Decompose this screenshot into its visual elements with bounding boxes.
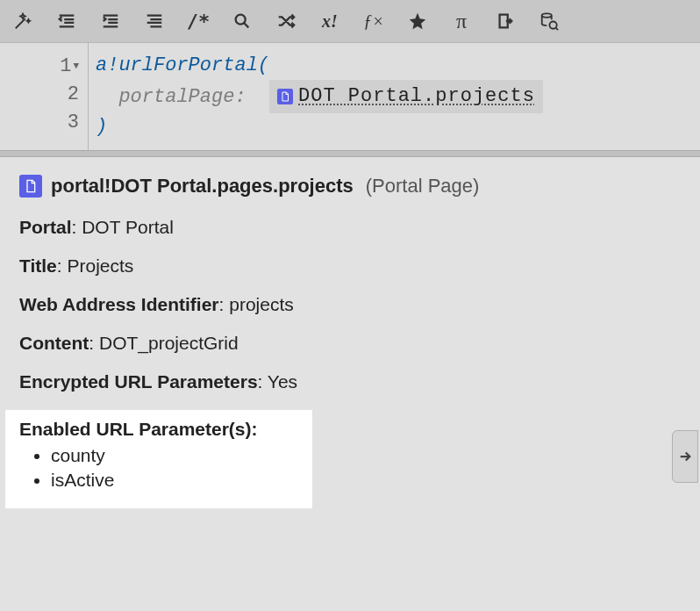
info-row-title: Title: Projects bbox=[19, 255, 681, 277]
panel-divider[interactable] bbox=[0, 150, 700, 157]
comment-icon[interactable]: /* bbox=[186, 9, 211, 33]
db-play-icon[interactable] bbox=[537, 9, 561, 33]
pill-text: DOT Portal.projects bbox=[298, 83, 535, 111]
fx-icon[interactable]: ƒ× bbox=[361, 9, 386, 33]
enabled-params-label: Enabled URL Parameter(s): bbox=[19, 419, 258, 439]
pi-icon[interactable]: π bbox=[449, 9, 474, 33]
document-icon bbox=[19, 175, 42, 198]
line-number: 1 bbox=[60, 55, 71, 77]
svg-point-1 bbox=[542, 13, 552, 18]
export-icon[interactable] bbox=[493, 9, 518, 33]
code-content[interactable]: a!urlForPortal( portalPage: DOT Portal.p… bbox=[88, 43, 700, 150]
list-item: county bbox=[51, 445, 298, 466]
editor-toolbar: /* x! ƒ× π bbox=[0, 0, 700, 42]
info-header: portal!DOT Portal.pages.projects (Portal… bbox=[19, 175, 681, 198]
info-row-content: Content: DOT_projectGrid bbox=[19, 333, 681, 354]
format-lines-icon[interactable] bbox=[142, 9, 167, 33]
info-type: (Portal Page) bbox=[366, 175, 480, 198]
close-paren: ) bbox=[96, 116, 107, 138]
star-icon[interactable] bbox=[405, 9, 430, 33]
line-number: 2 bbox=[68, 83, 79, 105]
line-number: 3 bbox=[68, 111, 79, 133]
magic-wand-icon[interactable] bbox=[11, 9, 35, 33]
info-row-encrypted: Encrypted URL Parameters: Yes bbox=[19, 371, 681, 392]
info-row-wai: Web Address Identifier: projects bbox=[19, 294, 681, 315]
fold-icon[interactable]: ▼ bbox=[73, 52, 79, 80]
info-row-portal: Portal: DOT Portal bbox=[19, 217, 681, 238]
open-paren: ( bbox=[258, 54, 269, 76]
param-list: county isActive bbox=[51, 445, 298, 491]
outdent-icon[interactable] bbox=[54, 9, 79, 33]
search-icon[interactable] bbox=[230, 9, 254, 33]
line-gutter: 1▼ 2 3 bbox=[0, 43, 88, 150]
shuffle-clear-icon[interactable]: x! bbox=[318, 9, 342, 33]
code-editor[interactable]: 1▼ 2 3 a!urlForPortal( portalPage: DOT P… bbox=[0, 42, 700, 150]
portal-page-pill[interactable]: DOT Portal.projects bbox=[269, 80, 543, 113]
expand-side-panel-button[interactable] bbox=[672, 430, 698, 483]
enabled-params-box: Enabled URL Parameter(s): county isActiv… bbox=[5, 410, 312, 508]
param-name: portalPage: bbox=[118, 86, 246, 108]
document-icon bbox=[277, 89, 293, 104]
list-item: isActive bbox=[51, 470, 298, 491]
info-title: portal!DOT Portal.pages.projects bbox=[51, 175, 354, 198]
svg-point-2 bbox=[549, 21, 556, 28]
function-name: a!urlForPortal bbox=[96, 54, 258, 76]
shuffle-icon[interactable] bbox=[274, 9, 298, 33]
svg-point-0 bbox=[236, 15, 246, 25]
indent-icon[interactable] bbox=[98, 9, 123, 33]
info-panel: portal!DOT Portal.pages.projects (Portal… bbox=[0, 157, 700, 526]
